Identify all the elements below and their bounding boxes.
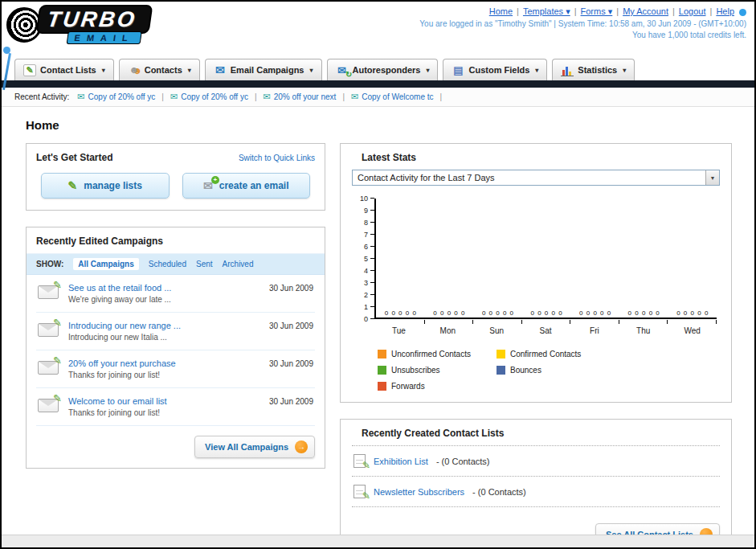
envelope-plus-icon: ✉+ — [203, 179, 213, 192]
filter-sent[interactable]: Sent — [196, 260, 213, 268]
chart-legend: Unconfirmed ContactsConfirmed ContactsUn… — [378, 350, 720, 391]
chevron-down-icon: ▾ — [309, 67, 313, 74]
top-links: Home|Templates ▾|Forms ▾|My Account|Logo… — [419, 6, 746, 17]
recent-activity-link[interactable]: 20% off your next — [274, 92, 337, 101]
chevron-down-icon: ▼ — [705, 170, 719, 185]
blue-dot-decoration — [739, 9, 746, 16]
legend-item: Forwards — [378, 382, 497, 391]
y-tick-label: 6 — [364, 243, 368, 251]
legend-item: Unconfirmed Contacts — [378, 350, 497, 358]
tab-statistics[interactable]: Statistics▾ — [552, 59, 635, 80]
campaign-title-link[interactable]: Welcome to our email list — [68, 396, 167, 406]
logo-text-email: EMAIL — [67, 31, 142, 44]
y-tick — [370, 246, 374, 247]
chart-bar-group: 0 0 0 0 0 — [522, 309, 571, 318]
tab-contact-lists[interactable]: Contact Lists▾ — [14, 59, 114, 80]
top-link-help[interactable]: Help — [716, 6, 734, 16]
campaign-row[interactable]: See us at the retail food ...We're givin… — [36, 275, 315, 313]
recent-activity-item[interactable]: ✉20% off your next — [264, 92, 337, 102]
campaign-edit-icon — [38, 323, 59, 337]
filter-archived[interactable]: Archived — [223, 260, 254, 268]
contact-lists-label: Contact Lists — [40, 65, 96, 75]
y-tick-label: 9 — [364, 207, 368, 215]
tab-contacts[interactable]: Contacts▾ — [119, 59, 200, 80]
x-tick-label: Sun — [472, 326, 521, 335]
campaign-row[interactable]: Welcome to our email listThanks for join… — [36, 388, 315, 426]
contact-list-row[interactable]: Exhibition List - (0 Contacts) — [352, 446, 720, 477]
campaign-title-link[interactable]: Introducing our new range ... — [68, 321, 181, 330]
filter-scheduled[interactable]: Scheduled — [149, 260, 186, 268]
campaign-title-link[interactable]: 20% off your next purchase — [68, 358, 176, 368]
tab-autoresponders[interactable]: Autoresponders▾ — [327, 59, 439, 80]
campaign-row[interactable]: Introducing our new range ...Introducing… — [36, 313, 315, 350]
y-tick — [370, 282, 374, 283]
chart-bar-group: 0 0 0 0 0 — [619, 309, 668, 318]
y-tick — [370, 294, 374, 295]
autoresponders-label: Autoresponders — [353, 65, 421, 75]
recent-activity-link[interactable]: Copy of Welcome tc — [362, 92, 433, 101]
tab-email-campaigns[interactable]: Email Campaigns▾ — [205, 59, 322, 80]
app-logo[interactable]: TURBO EMAIL — [6, 5, 150, 44]
y-tick — [370, 234, 374, 235]
show-label: SHOW: — [36, 260, 63, 268]
legend-item: Bounces — [497, 366, 615, 375]
y-tick — [370, 222, 374, 223]
campaign-subtitle: We're giving away our late ... — [68, 295, 171, 304]
top-link-home[interactable]: Home — [489, 6, 513, 16]
x-tick-label: Thu — [619, 326, 668, 335]
main-content: Home Let's Get Started Switch to Quick L… — [2, 107, 754, 549]
contact-list-row[interactable]: Newsletter Subscribers - (0 Contacts) — [352, 477, 720, 507]
recent-activity-link[interactable]: Copy of 20% off yc — [181, 92, 248, 101]
switch-quick-links-link[interactable]: Switch to Quick Links — [239, 154, 315, 162]
create-email-button[interactable]: ✉+ create an email — [182, 173, 311, 199]
email-campaigns-icon — [214, 64, 227, 76]
contact-list-link[interactable]: Exhibition List — [374, 457, 428, 466]
campaign-date: 30 Jun 2009 — [269, 396, 313, 406]
stats-range-select[interactable]: Contact Activity for the Last 7 Days ▼ — [352, 170, 720, 186]
statistics-icon — [561, 64, 574, 76]
top-link-templates[interactable]: Templates ▾ — [523, 6, 570, 16]
campaign-text: See us at the retail food ...We're givin… — [68, 283, 171, 304]
link-separator: | — [517, 6, 519, 16]
campaign-edit-icon — [38, 399, 59, 412]
y-tick-label: 0 — [364, 315, 368, 323]
top-link-my-account[interactable]: My Account — [623, 6, 668, 16]
y-tick — [370, 210, 374, 211]
y-tick-label: 7 — [364, 231, 368, 239]
contact-list-count: - (0 Contacts) — [472, 487, 526, 497]
activity-separator: | — [161, 92, 164, 101]
campaign-title-link[interactable]: See us at the retail food ... — [68, 283, 171, 293]
recent-activity-item[interactable]: ✉Copy of Welcome tc — [351, 92, 434, 102]
top-link-forms[interactable]: Forms ▾ — [581, 6, 613, 16]
y-tick — [370, 270, 374, 271]
campaign-subtitle: Thanks for joining our list! — [68, 408, 167, 417]
tab-custom-fields[interactable]: Custom Fields▾ — [443, 59, 547, 80]
filter-all-campaigns[interactable]: All Campaigns — [73, 258, 138, 270]
view-all-campaigns-label: View All Campaigns — [205, 442, 288, 452]
legend-label: Forwards — [391, 382, 425, 391]
email-campaigns-label: Email Campaigns — [231, 65, 304, 75]
legend-swatch — [497, 366, 505, 375]
chevron-down-icon: ▾ — [188, 67, 191, 74]
top-link-logout[interactable]: Logout — [679, 6, 706, 16]
campaign-row[interactable]: 20% off your next purchaseThanks for joi… — [36, 350, 315, 388]
recent-activity-item[interactable]: ✉Copy of 20% off yc — [170, 92, 248, 102]
recent-activity-link[interactable]: Copy of 20% off yc — [88, 92, 156, 101]
chart-y-axis: 012345678910 — [357, 199, 374, 319]
y-tick-label: 8 — [364, 219, 368, 227]
contact-lists-title: Recently Created Contact Lists — [352, 428, 720, 439]
link-separator: | — [574, 6, 577, 16]
get-started-title: Let's Get Started — [36, 152, 113, 163]
recent-activity-bar: Recent Activity: ✉Copy of 20% off yc|✉Co… — [2, 88, 754, 107]
x-tick-label: Wed — [668, 326, 717, 335]
x-tick-label: Tue — [374, 326, 423, 335]
x-tick-label: Fri — [570, 326, 619, 335]
recent-activity-item[interactable]: ✉Copy of 20% off yc — [77, 92, 155, 102]
view-all-campaigns-button[interactable]: View All Campaigns → — [194, 436, 315, 458]
manage-lists-button[interactable]: ✎ manage lists — [41, 173, 170, 199]
contact-lists-panel: Recently Created Contact Lists Exhibitio… — [340, 419, 732, 549]
contact-list-link[interactable]: Newsletter Subscribers — [374, 487, 464, 497]
legend-swatch — [497, 350, 505, 358]
y-tick-label: 1 — [364, 303, 368, 311]
legend-label: Unsubscribes — [391, 366, 440, 375]
